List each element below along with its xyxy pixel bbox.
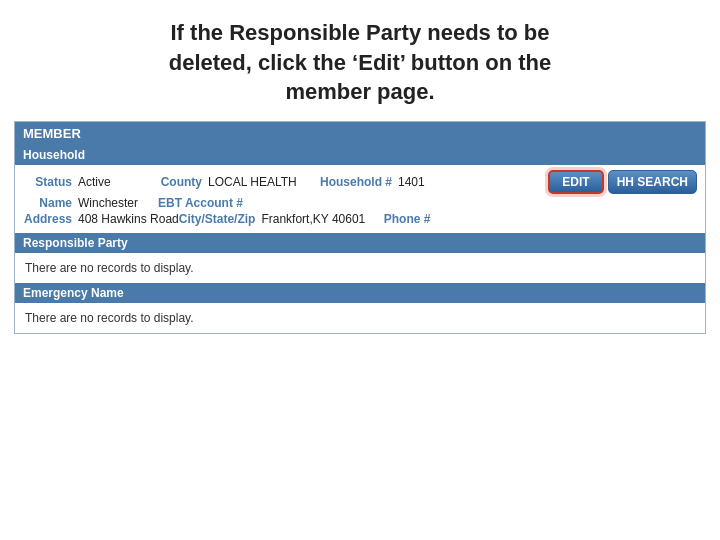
info-row-1: Status Active County LOCAL HEALTH Househ… [23,169,697,195]
county-label: County [158,175,208,189]
household-section-header: Household [15,145,705,165]
phone-label: Phone # [381,212,436,226]
status-value: Active [78,175,158,189]
hh-search-button[interactable]: HH SEARCH [608,170,697,194]
member-panel: MEMBER Household Status Active County LO… [14,121,706,334]
info-row-2: Name Winchester EBT Account # [23,195,697,211]
address-label: Address [23,212,78,226]
name-value: Winchester [78,196,158,210]
household-info: Status Active County LOCAL HEALTH Househ… [15,165,705,233]
responsible-party-no-records: There are no records to display. [15,253,705,283]
emergency-name-no-records: There are no records to display. [15,303,705,333]
title-line2: deleted, click the ‘Edit’ button on the [169,50,552,75]
status-label: Status [23,175,78,189]
info-row-3: Address 408 Hawkins Road City/State/Zip … [23,211,697,227]
address-value: 408 Hawkins Road [78,212,179,226]
emergency-name-section-header: Emergency Name [15,283,705,303]
responsible-party-section-header: Responsible Party [15,233,705,253]
name-label: Name [23,196,78,210]
title-line1: If the Responsible Party needs to be [171,20,550,45]
ebt-label: EBT Account # [158,196,249,210]
county-value: LOCAL HEALTH [208,175,308,189]
city-state-zip-label: City/State/Zip [179,212,262,226]
household-number-value: 1401 [398,175,448,189]
title-line3: member page. [285,79,434,104]
title-section: If the Responsible Party needs to be del… [0,0,720,121]
household-hash-label: Household # [308,175,398,189]
edit-button[interactable]: EDIT [548,170,603,194]
city-state-zip-value: Frankfort,KY 40601 [261,212,381,226]
member-panel-header: MEMBER [15,122,705,145]
